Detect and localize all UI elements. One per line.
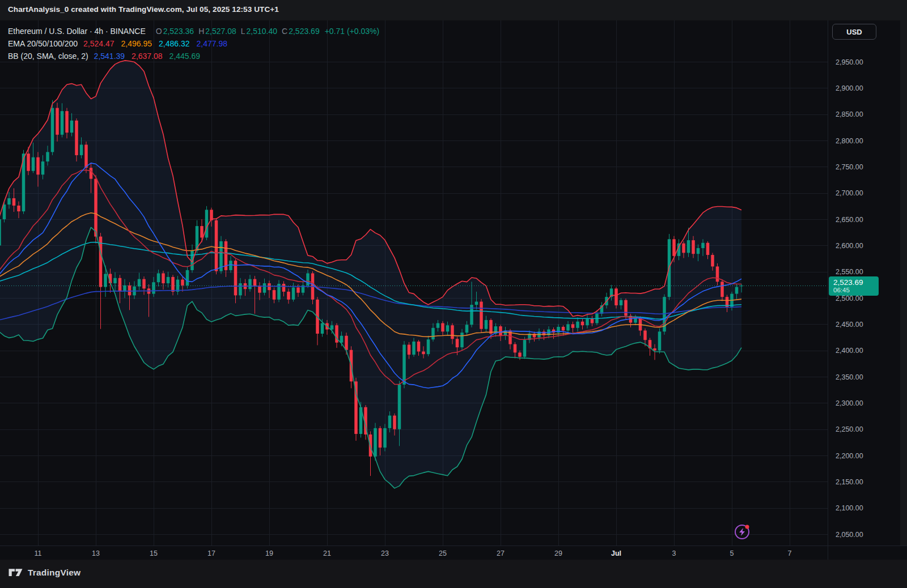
bb-upper-value: 2,637.08 [132, 52, 163, 61]
svg-text:2,800.00: 2,800.00 [836, 137, 863, 145]
high-value: 2,527.08 [205, 27, 236, 36]
svg-text:5: 5 [730, 549, 734, 557]
svg-text:25: 25 [439, 549, 447, 557]
tradingview-brand-text: TradingView [28, 568, 80, 578]
ema20-value: 2,524.47 [83, 39, 115, 48]
svg-text:2,650.00: 2,650.00 [836, 216, 863, 224]
svg-text:11: 11 [35, 549, 42, 557]
svg-text:15: 15 [150, 549, 158, 557]
tradingview-logo-link[interactable]: TradingView [8, 567, 80, 578]
legend-bb-row[interactable]: BB (20, SMA, close, 2) 2,541.39 2,637.08… [8, 50, 379, 62]
svg-text:2,150.00: 2,150.00 [836, 478, 863, 486]
svg-text:2,850.00: 2,850.00 [836, 110, 863, 118]
low-value: 2,510.40 [247, 27, 278, 36]
svg-text:7: 7 [788, 549, 792, 557]
legend-ema-row[interactable]: EMA 20/50/100/200 2,524.47 2,496.95 2,48… [8, 37, 379, 50]
last-price-badge: 2,523.69 06:45 [829, 276, 879, 296]
close-value: 2,523.69 [289, 27, 320, 36]
svg-text:2,750.00: 2,750.00 [836, 163, 863, 171]
svg-text:13: 13 [92, 549, 100, 557]
svg-text:29: 29 [554, 549, 562, 557]
low-label: L [241, 27, 245, 36]
chart-legend: Ethereum / U.S. Dollar · 4h · BINANCE O … [8, 25, 379, 62]
tradingview-logo-icon [8, 567, 23, 578]
ema200-value: 2,477.98 [197, 39, 228, 48]
close-label: C [282, 27, 287, 36]
notification-dot [745, 525, 749, 529]
svg-text:2,450.00: 2,450.00 [836, 321, 863, 329]
svg-text:2,050.00: 2,050.00 [836, 531, 863, 539]
ema100-value: 2,486.32 [159, 39, 190, 48]
last-price-value: 2,523.69 [833, 278, 874, 287]
svg-text:2,950.00: 2,950.00 [836, 58, 863, 66]
svg-text:2,300.00: 2,300.00 [836, 399, 863, 407]
ema50-value: 2,496.95 [121, 39, 152, 48]
right-edge-strip [900, 20, 907, 546]
chart-svg: 2,950.002,900.002,850.002,800.002,750.00… [0, 0, 907, 588]
bb-lower-value: 2,445.69 [169, 52, 201, 61]
footer-bar: TradingView [0, 560, 907, 588]
bb-label: BB (20, SMA, close, 2) [8, 52, 88, 61]
open-label: O [156, 27, 162, 36]
chart-canvas[interactable]: 2,950.002,900.002,850.002,800.002,750.00… [0, 0, 907, 588]
svg-text:2,550.00: 2,550.00 [836, 268, 863, 276]
svg-text:2,100.00: 2,100.00 [836, 504, 863, 512]
svg-text:2,500.00: 2,500.00 [836, 295, 863, 302]
svg-text:2,200.00: 2,200.00 [836, 452, 863, 460]
svg-text:2,600.00: 2,600.00 [836, 242, 863, 250]
svg-text:2,250.00: 2,250.00 [836, 425, 863, 433]
currency-toggle-button[interactable]: USD [832, 24, 876, 40]
svg-text:19: 19 [265, 549, 273, 557]
candle-countdown: 06:45 [833, 287, 874, 294]
svg-text:23: 23 [381, 549, 389, 557]
svg-text:2,400.00: 2,400.00 [836, 347, 863, 355]
ema-label: EMA 20/50/100/200 [8, 39, 78, 48]
svg-text:27: 27 [497, 549, 505, 557]
open-value: 2,523.36 [163, 27, 194, 36]
bb-basis-value: 2,541.39 [94, 52, 125, 61]
svg-text:17: 17 [207, 549, 215, 557]
change-value: +0.71 (+0.03%) [325, 27, 380, 36]
svg-text:2,900.00: 2,900.00 [836, 84, 863, 92]
svg-text:2,700.00: 2,700.00 [836, 189, 863, 197]
svg-text:2,350.00: 2,350.00 [836, 373, 863, 381]
high-label: H [198, 27, 204, 36]
svg-text:Jul: Jul [611, 549, 621, 557]
legend-symbol-row[interactable]: Ethereum / U.S. Dollar · 4h · BINANCE O … [8, 25, 379, 37]
svg-text:3: 3 [672, 549, 676, 557]
svg-text:21: 21 [323, 549, 331, 557]
symbol-title: Ethereum / U.S. Dollar · 4h · BINANCE [8, 27, 146, 36]
